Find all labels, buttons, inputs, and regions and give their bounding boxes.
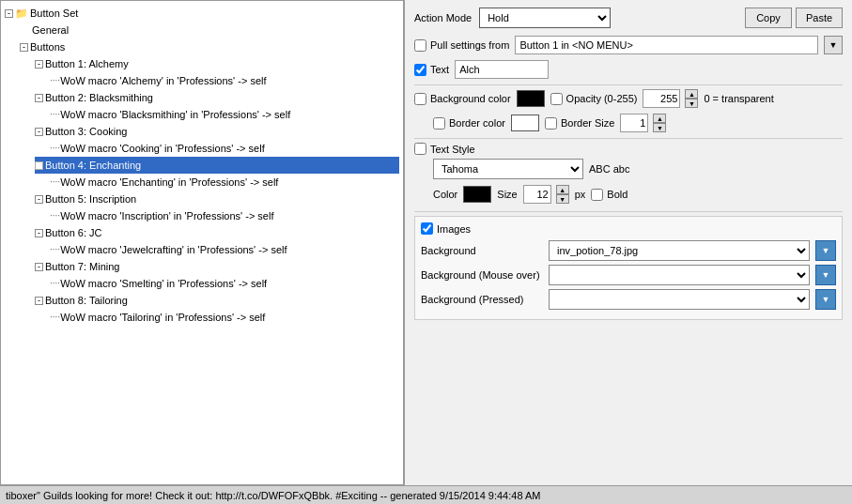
bold-checkbox[interactable] bbox=[591, 189, 603, 201]
tree-root[interactable]: - 📁 Button Set bbox=[5, 5, 399, 22]
tree-btn7[interactable]: - Button 7: Mining bbox=[35, 258, 399, 275]
bg-image-dropdown-btn[interactable]: ▼ bbox=[815, 240, 836, 261]
bg-color-swatch[interactable] bbox=[517, 90, 545, 107]
font-size-input[interactable] bbox=[523, 185, 551, 204]
text-style-checkbox[interactable] bbox=[414, 143, 426, 155]
btn5-label: Button 5: Inscription bbox=[45, 191, 136, 206]
mouseover-image-dropdown-btn[interactable]: ▼ bbox=[815, 265, 836, 285]
pressed-image-select[interactable] bbox=[549, 289, 810, 310]
tree-btn6[interactable]: - Button 6: JC bbox=[35, 224, 399, 241]
tree-buttons[interactable]: - Buttons bbox=[20, 38, 399, 55]
bg-color-checkbox[interactable] bbox=[414, 93, 426, 105]
btn6-child-label: WoW macro 'Jewelcrafting' in 'Profession… bbox=[60, 242, 287, 257]
btn7-child-dots: ···· bbox=[50, 276, 60, 291]
pull-settings-checkbox[interactable] bbox=[414, 39, 426, 52]
font-size-down-btn[interactable]: ▼ bbox=[556, 194, 569, 204]
border-color-label: Border color bbox=[449, 117, 505, 129]
tree-btn7-child[interactable]: ···· WoW macro 'Smelting' in 'Profession… bbox=[50, 275, 399, 292]
separator-3 bbox=[414, 211, 843, 212]
status-bar: tiboxer" Guilds looking for more! Check … bbox=[0, 485, 852, 504]
font-size-up-btn[interactable]: ▲ bbox=[556, 185, 569, 194]
btn1-child-label: WoW macro 'Alchemy' in 'Professions' -> … bbox=[60, 73, 266, 88]
text-checkbox[interactable] bbox=[414, 64, 426, 76]
text-style-header: Text Style bbox=[414, 143, 843, 155]
color-label: Color bbox=[433, 189, 457, 200]
opacity-input[interactable] bbox=[643, 89, 680, 108]
tree-btn2-child[interactable]: ···· WoW macro 'Blacksmithing' in 'Profe… bbox=[50, 106, 399, 123]
border-size-input[interactable] bbox=[620, 114, 648, 132]
pressed-image-dropdown-btn[interactable]: ▼ bbox=[815, 289, 836, 310]
root-folder-icon: 📁 bbox=[15, 6, 28, 21]
opacity-checkbox[interactable] bbox=[550, 93, 563, 105]
opacity-up-btn[interactable]: ▲ bbox=[685, 89, 698, 99]
btn3-child-dots: ···· bbox=[50, 141, 60, 156]
tree-btn4-child[interactable]: ···· WoW macro 'Enchanting' in 'Professi… bbox=[50, 174, 399, 191]
tree-btn3[interactable]: - Button 3: Cooking bbox=[35, 123, 399, 140]
mouseover-image-select[interactable] bbox=[549, 265, 810, 285]
btn1-expand-icon[interactable]: - bbox=[35, 60, 43, 69]
separator-1 bbox=[414, 84, 843, 85]
btn3-child-label: WoW macro 'Cooking' in 'Professions' -> … bbox=[60, 141, 265, 156]
opacity-down-btn[interactable]: ▼ bbox=[685, 99, 698, 108]
root-expand-icon[interactable]: - bbox=[5, 9, 13, 18]
tree-btn6-child[interactable]: ···· WoW macro 'Jewelcrafting' in 'Profe… bbox=[50, 241, 399, 258]
status-text: tiboxer" Guilds looking for more! Check … bbox=[6, 490, 540, 501]
tree-btn1-child[interactable]: ···· WoW macro 'Alchemy' in 'Professions… bbox=[50, 72, 399, 89]
btn1-label: Button 1: Alchemy bbox=[45, 56, 129, 71]
border-color-swatch[interactable] bbox=[511, 115, 539, 131]
btn1-child-dots: ···· bbox=[50, 73, 60, 88]
tree-general[interactable]: General bbox=[20, 22, 399, 38]
tree-btn8-child[interactable]: ···· WoW macro 'Tailoring' in 'Professio… bbox=[50, 309, 399, 326]
bg-image-select[interactable]: inv_potion_78.jpg bbox=[549, 240, 810, 261]
action-mode-select[interactable]: Hold Toggle Press bbox=[479, 8, 611, 28]
tree-btn8[interactable]: - Button 8: Tailoring bbox=[35, 292, 399, 309]
paste-button[interactable]: Paste bbox=[796, 8, 843, 28]
pull-settings-field[interactable] bbox=[515, 36, 818, 54]
btn8-expand-icon[interactable]: - bbox=[35, 297, 43, 305]
tree-btn3-child[interactable]: ···· WoW macro 'Cooking' in 'Professions… bbox=[50, 140, 399, 157]
border-size-down-btn[interactable]: ▼ bbox=[653, 123, 666, 132]
btn4-child-dots: ···· bbox=[50, 175, 60, 190]
font-select[interactable]: Tahoma bbox=[433, 159, 583, 179]
border-size-up-btn[interactable]: ▲ bbox=[653, 114, 666, 123]
action-mode-row: Action Mode Hold Toggle Press Copy Paste bbox=[414, 8, 843, 28]
mouseover-image-label: Background (Mouse over) bbox=[421, 269, 543, 281]
border-color-checkbox-label: Border color bbox=[433, 117, 505, 130]
btn4-expand-icon[interactable]: - bbox=[35, 161, 43, 170]
btn3-expand-icon[interactable]: - bbox=[35, 128, 43, 136]
text-color-swatch[interactable] bbox=[463, 186, 491, 203]
border-color-checkbox[interactable] bbox=[433, 117, 445, 130]
tree-root-label: Button Set bbox=[30, 6, 78, 21]
buttons-expand-icon[interactable]: - bbox=[20, 43, 28, 52]
tree-btn5-child[interactable]: ···· WoW macro 'Inscription' in 'Profess… bbox=[50, 207, 399, 224]
copy-paste-group: Copy Paste bbox=[745, 8, 843, 28]
pull-settings-dropdown-btn[interactable]: ▼ bbox=[824, 36, 843, 54]
btn5-expand-icon[interactable]: - bbox=[35, 195, 43, 204]
color-size-row: Color Size ▲ ▼ px Bold bbox=[433, 185, 843, 204]
btn2-expand-icon[interactable]: - bbox=[35, 94, 43, 102]
border-size-label: Border Size bbox=[561, 117, 614, 129]
tree-btn2[interactable]: - Button 2: Blacksmithing bbox=[35, 89, 399, 106]
btn7-expand-icon[interactable]: - bbox=[35, 263, 43, 271]
general-label: General bbox=[32, 23, 69, 38]
tree-btn1[interactable]: - Button 1: Alchemy bbox=[35, 55, 399, 72]
pressed-image-row: Background (Pressed) ▼ bbox=[421, 289, 836, 310]
border-size-checkbox[interactable] bbox=[545, 117, 557, 130]
tree-btn5[interactable]: - Button 5: Inscription bbox=[35, 191, 399, 207]
content-area: - 📁 Button Set General - Buttons - Butto… bbox=[0, 0, 852, 485]
images-label: Images bbox=[437, 223, 471, 235]
bg-color-label: Background color bbox=[430, 93, 511, 104]
copy-button[interactable]: Copy bbox=[745, 8, 792, 28]
text-style-label: Text Style bbox=[430, 144, 475, 155]
btn2-child-label: WoW macro 'Blacksmithing' in 'Profession… bbox=[60, 107, 290, 122]
tree-btn4[interactable]: - Button 4: Enchanting bbox=[35, 157, 399, 174]
btn6-expand-icon[interactable]: - bbox=[35, 229, 43, 237]
opacity-label: Opacity (0-255) bbox=[566, 93, 638, 104]
text-input[interactable] bbox=[455, 60, 549, 79]
images-checkbox[interactable] bbox=[421, 222, 433, 235]
bold-label: Bold bbox=[607, 189, 627, 200]
opacity-spinner: ▲ ▼ bbox=[685, 89, 698, 108]
btn2-label: Button 2: Blacksmithing bbox=[45, 90, 153, 105]
bg-image-row: Background inv_potion_78.jpg ▼ bbox=[421, 240, 836, 261]
bg-color-checkbox-label: Background color bbox=[414, 93, 511, 105]
